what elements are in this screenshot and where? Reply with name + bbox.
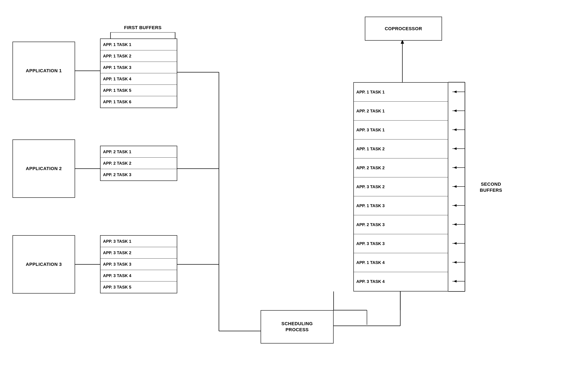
- svg-marker-35: [453, 204, 457, 207]
- svg-marker-37: [453, 223, 457, 226]
- app1-task3: APP. 1 TASK 3: [101, 62, 177, 73]
- queue-task4: APP. 1 TASK 2: [354, 140, 448, 158]
- svg-marker-33: [453, 185, 457, 188]
- svg-marker-27: [453, 128, 457, 131]
- app2-task3: APP. 2 TASK 3: [101, 169, 177, 181]
- app2-task2: APP. 2 TASK 2: [101, 158, 177, 169]
- coprocessor-box: COPROCESSOR: [365, 17, 442, 41]
- svg-marker-39: [453, 242, 457, 245]
- app3-task5: APP. 3 TASK 5: [101, 281, 177, 293]
- queue-task7: APP. 1 TASK 3: [354, 196, 448, 215]
- application3-box: APPLICATION 3: [13, 235, 75, 294]
- queue-task10: APP. 1 TASK 4: [354, 253, 448, 272]
- app1-task5: APP. 1 TASK 5: [101, 85, 177, 96]
- app2-task1: APP. 2 TASK 1: [101, 146, 177, 158]
- queue-task1: APP. 1 TASK 1: [354, 83, 448, 102]
- queue-task3: APP. 3 TASK 1: [354, 121, 448, 140]
- queue-task2: APP. 2 TASK 1: [354, 102, 448, 121]
- svg-marker-31: [453, 166, 457, 169]
- svg-marker-25: [453, 110, 457, 112]
- second-buffers-label: SECONDBUFFERS: [472, 171, 510, 204]
- queue-task5: APP. 2 TASK 2: [354, 158, 448, 177]
- app2-task-list: APP. 2 TASK 1 APP. 2 TASK 2 APP. 2 TASK …: [100, 146, 177, 181]
- queue-task-list: APP. 1 TASK 1 APP. 2 TASK 1 APP. 3 TASK …: [353, 82, 448, 292]
- queue-task6: APP. 3 TASK 2: [354, 177, 448, 196]
- svg-marker-43: [453, 280, 457, 282]
- app1-task-list: APP. 1 TASK 1 APP. 1 TASK 2 APP. 1 TASK …: [100, 39, 177, 108]
- scheduling-process-box: SCHEDULINGPROCESS: [261, 310, 334, 344]
- queue-task11: APP. 3 TASK 4: [354, 272, 448, 291]
- app1-task4: APP. 1 TASK 4: [101, 73, 177, 85]
- app3-task4: APP. 3 TASK 4: [101, 270, 177, 281]
- svg-marker-23: [453, 91, 457, 93]
- app3-task3: APP. 3 TASK 3: [101, 259, 177, 270]
- app3-task1: APP. 3 TASK 1: [101, 236, 177, 247]
- application2-box: APPLICATION 2: [13, 140, 75, 198]
- first-buffers-label: FIRST BUFFERS: [110, 23, 175, 32]
- application1-box: APPLICATION 1: [13, 42, 75, 100]
- app1-task1: APP. 1 TASK 1: [101, 39, 177, 50]
- queue-task8: APP. 2 TASK 3: [354, 215, 448, 234]
- app3-task2: APP. 3 TASK 2: [101, 247, 177, 259]
- svg-marker-41: [453, 261, 457, 264]
- app3-task-list: APP. 3 TASK 1 APP. 3 TASK 2 APP. 3 TASK …: [100, 235, 177, 293]
- svg-marker-29: [453, 147, 457, 150]
- queue-task9: APP. 3 TASK 3: [354, 234, 448, 253]
- app1-task2: APP. 1 TASK 2: [101, 50, 177, 62]
- app1-task6: APP. 1 TASK 6: [101, 96, 177, 108]
